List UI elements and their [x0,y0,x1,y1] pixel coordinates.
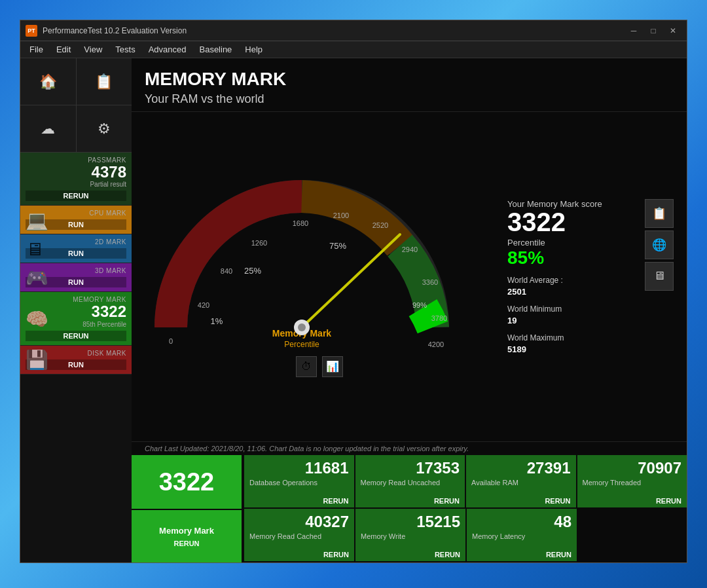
avail-ram-action[interactable]: RERUN [471,496,571,505]
big-label: Memory Mark [159,526,214,536]
gauge-percentile-label: Percentile [284,340,319,349]
result-mem-write: 15215 Memory Write RERUN [354,509,465,562]
db-ops-action[interactable]: RERUN [249,496,349,505]
passmark-sub: Partial result [26,181,126,188]
history-icon[interactable]: ⏱ [296,356,317,377]
sidebar-item-disk[interactable]: 💾 DISK MARK RUN [20,346,132,375]
titlebar: PT PerformanceTest 10.2 Evaluation Versi… [20,20,687,41]
twod-icon: 🖥 [26,238,44,259]
sidebar-item-3d[interactable]: 🎮 3D MARK RUN [20,263,132,292]
results-row-1: 3322 11681 Database Operations RERUN 173… [132,455,687,509]
result-empty [577,509,687,562]
content-header: MEMORY MARK Your RAM vs the world [132,58,687,112]
results-row-2: Memory Mark RERUN 40327 Memory Read Cach… [132,509,687,562]
menu-help[interactable]: Help [238,43,269,56]
gauge-label-1680: 1680 [293,219,308,227]
big-score: 3322 [159,468,215,496]
db-ops-name: Database Operations [249,479,349,487]
world-max-value: 5189 [507,344,526,354]
avail-ram-score: 27391 [471,459,571,477]
info-button[interactable]: 📋 [77,58,132,105]
result-db-ops: 11681 Database Operations RERUN [243,455,354,509]
world-avg-label: World Average : [507,276,563,285]
gauge-label-4200: 4200 [428,340,444,348]
results-grid: 3322 11681 Database Operations RERUN 173… [132,455,687,562]
gauge-label-3780: 3780 [431,314,447,322]
sidebar-item-memory[interactable]: 🧠 MEMORY MARK 3322 85th Percentile RERUN [20,292,132,345]
score-value: 3322 [507,209,566,235]
gauge-label-0: 0 [169,337,173,345]
chart-notice: Chart Last Updated: 2021/8/20, 11:06. Ch… [132,441,687,455]
memory-icon: 🧠 [26,308,48,329]
percentile-99: 99% [412,301,427,309]
avail-ram-name: Available RAM [471,479,571,487]
mem-read-cached-action[interactable]: RERUN [249,549,349,559]
result-mem-read-uncached: 17353 Memory Read Uncached RERUN [354,455,465,509]
result-mem-threaded: 70907 Memory Threaded RERUN [576,455,687,509]
gauge-area: 25% 75% 1% 99% 0 420 840 1260 1680 2100 … [132,112,687,441]
mem-threaded-score: 70907 [583,459,682,477]
db-ops-score: 11681 [249,459,349,477]
passmark-action[interactable]: RERUN [26,191,126,201]
percentile-75: 75% [329,241,346,251]
sidebar-nav: PASSMARK 4378 Partial result RERUN 💻 CPU… [20,153,132,562]
menu-advanced[interactable]: Advanced [142,43,193,56]
menu-edit[interactable]: Edit [50,43,77,56]
score-panel: Your Memory Mark score 3322 Percentile 8… [494,199,674,355]
gauge-label-840: 840 [221,267,232,275]
mem-write-score: 15215 [361,513,460,531]
big-action[interactable]: RERUN [173,538,199,547]
main-area: 🏠 📋 ☁ ⚙ PASSMARK 4378 Partial result RER… [20,58,687,562]
mem-threaded-action[interactable]: RERUN [583,496,682,505]
gauge-svg: 25% 75% 1% 99% 0 420 840 1260 1680 2100 … [145,177,459,360]
menu-view[interactable]: View [77,43,109,56]
gauge-label-420: 420 [198,301,209,309]
gear-button[interactable]: ⚙ [77,105,132,152]
world-average-row: World Average : 2501 [507,274,563,297]
cpu-icon: 💻 [26,209,48,230]
percentile-25: 25% [244,266,261,276]
sidebar-item-passmark[interactable]: PASSMARK 4378 Partial result RERUN [20,153,132,206]
mem-read-cached-name: Memory Read Cached [249,532,349,540]
gauge-label-2940: 2940 [402,246,418,253]
cloud-button[interactable]: ☁ [20,105,77,152]
gauge-container: 25% 75% 1% 99% 0 420 840 1260 1680 2100 … [145,177,494,377]
page-subtitle: Your RAM vs the world [145,92,674,106]
mem-threaded-name: Memory Threaded [583,479,682,487]
copy-icon[interactable]: 📋 [645,199,674,228]
page-title: MEMORY MARK [145,69,674,90]
sidebar: 🏠 📋 ☁ ⚙ PASSMARK 4378 Partial result RER… [20,58,132,562]
threed-icon: 🎮 [26,266,48,288]
world-min-row: World Minimum 19 [507,303,562,326]
world-max-row: World Maximum 5189 [507,331,564,355]
chart-icon[interactable]: 📊 [322,356,343,377]
result-mem-read-cached: 40327 Memory Read Cached RERUN [243,509,354,562]
result-mem-latency: 48 Memory Latency RERUN [465,509,577,562]
percentile-value: 85% [507,248,544,268]
menu-baseline[interactable]: Baseline [192,43,238,56]
gauge-label-2100: 2100 [333,211,349,219]
close-button[interactable]: ✕ [664,24,681,37]
gauge-pivot-inner [298,323,306,331]
disk-icon: 💾 [26,349,48,371]
menu-file[interactable]: File [23,43,50,56]
maximize-button[interactable]: □ [645,24,662,37]
minimize-button[interactable]: ─ [625,24,642,37]
mem-write-action[interactable]: RERUN [361,549,460,559]
sidebar-item-cpu[interactable]: 💻 CPU MARK RUN [20,206,132,234]
monitor-icon[interactable]: 🖥 [645,262,674,291]
mem-write-name: Memory Write [361,532,460,540]
sidebar-icon-row-2: ☁ ⚙ [20,105,132,153]
content-area: MEMORY MARK Your RAM vs the world [132,58,687,562]
memory-action[interactable]: RERUN [26,331,126,341]
window-controls: ─ □ ✕ [625,24,681,37]
menu-tests[interactable]: Tests [109,43,141,56]
mem-read-uncached-name: Memory Read Uncached [361,479,460,487]
home-button[interactable]: 🏠 [20,58,77,105]
world-max-label: World Maximum [507,333,564,342]
mem-read-uncached-action[interactable]: RERUN [361,496,460,505]
sidebar-item-2d[interactable]: 🖥 2D MARK RUN [20,234,132,263]
globe-icon[interactable]: 🌐 [645,230,674,259]
gauge-label-2520: 2520 [372,221,388,229]
mem-latency-action[interactable]: RERUN [472,549,571,559]
